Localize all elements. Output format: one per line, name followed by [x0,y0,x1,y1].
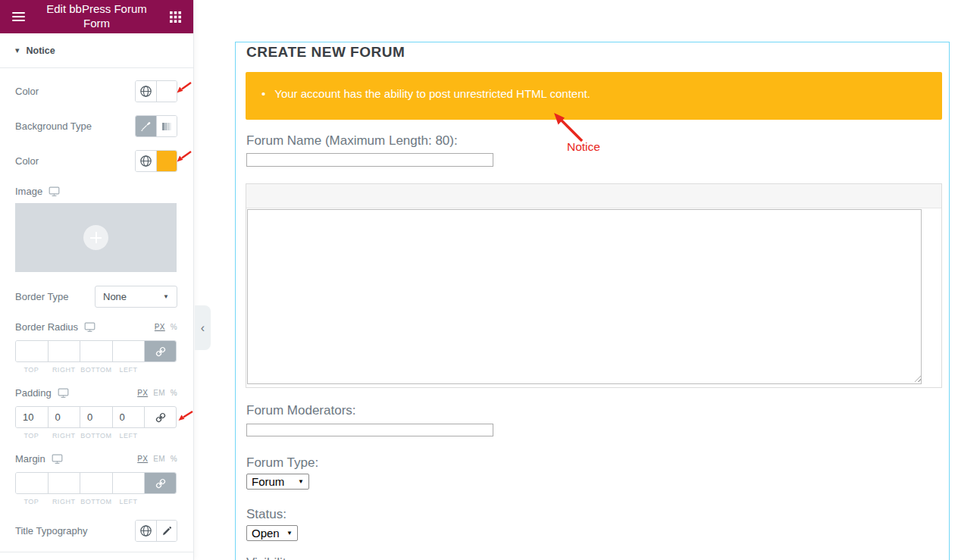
link-values-icon[interactable] [144,407,176,427]
panel-header: Edit bbPress Forum Form [0,0,193,33]
editor-toolbar [246,184,941,208]
border-type-select[interactable]: None ▼ [95,286,177,308]
border-radius-right-input[interactable] [48,341,80,361]
elementor-panel: Edit bbPress Forum Form ▾ Notice Color [0,0,194,560]
control-label: Border Radius [15,321,78,333]
side-labels: TOP RIGHT BOTTOM LEFT [15,432,177,440]
border-radius-bottom-input[interactable] [80,341,112,361]
forum-moderators-label: Forum Moderators: [246,403,356,418]
unit-em[interactable]: EM [153,455,165,463]
unit-px[interactable]: PX [155,323,165,331]
monitor-icon[interactable] [58,388,69,399]
margin-left-input[interactable] [112,473,145,493]
chevron-down-icon: ▼ [163,293,169,300]
border-radius-inputs [15,340,177,362]
brush-icon[interactable] [136,116,156,136]
control-row-title-typography: Title Typography [15,520,177,542]
pencil-icon[interactable] [156,521,177,541]
forum-content-textarea[interactable] [247,209,922,384]
side-label-top: TOP [15,432,48,440]
side-label-bottom: BOTTOM [80,498,113,505]
unit-em[interactable]: EM [153,389,165,397]
link-values-icon[interactable] [144,473,176,493]
hamburger-menu-icon[interactable] [0,0,36,33]
color-control-group [135,150,177,172]
padding-top-input[interactable] [16,407,48,427]
margin-bottom-input[interactable] [80,473,112,493]
unit-percent[interactable]: % [171,323,177,331]
panel-collapse-handle[interactable]: ‹ [195,305,211,350]
caret-down-icon: ▾ [15,46,20,55]
monitor-icon[interactable] [49,186,60,197]
control-label: Border Type [15,291,69,302]
section-header-notice[interactable]: ▾ Notice [0,33,193,68]
control-row-border-radius: Border Radius PX % [15,321,177,333]
control-row-bg-color: Color [15,150,177,172]
forum-name-input[interactable] [246,153,493,167]
padding-right-input[interactable] [48,407,80,427]
apps-grid-icon [170,11,181,23]
border-radius-left-input[interactable] [112,341,145,361]
content-editor [246,183,942,388]
typography-control-group [135,520,177,542]
side-label-right: RIGHT [48,366,80,374]
padding-bottom-input[interactable] [80,407,112,427]
image-upload-area[interactable] [15,203,177,272]
side-labels: TOP RIGHT BOTTOM LEFT [15,366,177,374]
control-label: Background Type [15,120,92,132]
globe-icon[interactable] [136,151,156,171]
forum-type-value: Forum [252,475,284,488]
unit-px[interactable]: PX [137,389,148,397]
forum-moderators-input[interactable] [246,424,493,436]
bg-color-swatch[interactable] [156,151,177,171]
margin-inputs [15,472,177,494]
text-color-swatch[interactable] [156,81,177,102]
status-value: Open [252,527,280,540]
control-label: Color [15,86,39,97]
forum-type-select[interactable]: Forum ▼ [246,474,309,490]
side-label-left: LEFT [112,432,145,440]
chevron-left-icon: ‹ [201,321,205,335]
border-radius-top-input[interactable] [16,341,48,361]
padding-left-input[interactable] [112,407,145,427]
control-label: Padding [15,387,52,399]
forum-name-label: Forum Name (Maximum Length: 80): [246,133,458,149]
annotation-label: Notice [567,140,600,154]
preview-section: CREATE NEW FORUM • Your account has the … [235,42,950,560]
status-label: Status: [246,507,286,522]
unit-px[interactable]: PX [137,455,148,463]
margin-top-input[interactable] [16,473,48,493]
control-row-margin: Margin PX EM % [15,453,177,465]
textarea-wrapper [247,209,922,384]
control-row-image: Image [15,186,177,197]
section-title: Notice [27,45,55,56]
swatch [157,81,177,102]
panel-controls: Color Background Type [0,80,193,542]
margin-right-input[interactable] [48,473,80,493]
gradient-icon[interactable] [156,116,177,136]
forum-type-label: Forum Type: [246,455,318,471]
apps-grid-icon[interactable] [157,0,193,33]
chevron-down-icon: ▼ [298,478,304,485]
globe-icon[interactable] [136,81,156,102]
control-label: Margin [15,453,45,465]
monitor-icon[interactable] [52,454,63,465]
control-row-padding: Padding PX EM % [15,387,177,399]
globe-icon[interactable] [136,521,156,541]
control-row-color: Color [15,80,177,102]
padding-inputs [15,406,177,428]
side-label-left: LEFT [112,498,145,505]
swatch [157,151,177,171]
chevron-down-icon: ▼ [286,530,293,537]
side-label-top: TOP [15,366,48,374]
unit-percent[interactable]: % [171,455,177,463]
side-label-bottom: BOTTOM [80,432,113,440]
monitor-icon[interactable] [84,322,95,333]
notice-text: Your account has the ability to post unr… [274,86,590,102]
control-label: Image [15,186,42,197]
unit-percent[interactable]: % [171,389,177,397]
link-values-icon[interactable] [144,341,176,361]
color-control-group [135,80,177,102]
status-select[interactable]: Open ▼ [246,525,298,541]
side-label-top: TOP [15,498,48,505]
